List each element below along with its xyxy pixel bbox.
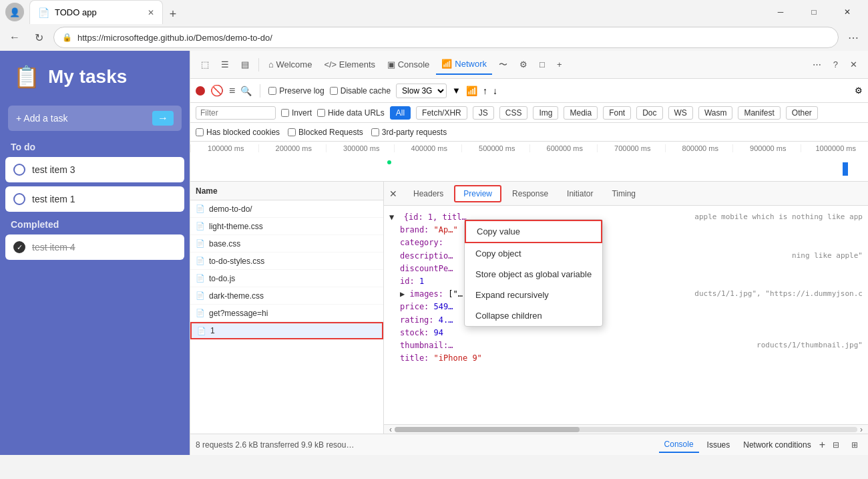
file-item-demo[interactable]: 📄 demo-to-do/ [190,200,383,218]
invert-checkbox[interactable] [281,109,289,117]
tab-console[interactable]: ▣ Console [382,55,435,75]
record-button[interactable] [196,86,205,96]
filter-tag-font[interactable]: Font [603,106,631,120]
disable-cache-label[interactable]: Disable cache [330,86,391,96]
file-item-light-theme[interactable]: 📄 light-theme.css [190,218,383,235]
collapse-arrow-2[interactable]: ▶ [400,289,405,299]
disable-cache-checkbox[interactable] [330,87,338,95]
filter-tag-js[interactable]: JS [473,106,494,120]
bottom-add-tab-button[interactable]: + [819,439,825,451]
file-item-todo-js[interactable]: 📄 to-do.js [190,270,383,287]
back-button[interactable]: ← [5,28,24,47]
invert-label[interactable]: Invert [281,108,312,118]
tab-elements[interactable]: </> Elements [318,55,381,75]
collapse-arrow-1[interactable]: ▼ [389,212,394,222]
task-checkbox[interactable] [13,193,25,205]
tab-close-button[interactable]: ✕ [148,8,154,17]
scroll-left-button[interactable]: ‹ [387,425,395,434]
filter-input[interactable] [196,106,276,120]
dock-bottom-icon[interactable]: ⊟ [828,437,844,453]
tab-response[interactable]: Response [504,186,556,201]
refresh-button[interactable]: ↻ [29,28,48,47]
tab-preview[interactable]: Preview [454,185,501,202]
scroll-right-button[interactable]: › [857,425,865,434]
profile-icon[interactable]: 👤 [5,3,24,21]
device-emulation-button[interactable]: ☰ [216,55,234,75]
tab-headers[interactable]: Headers [405,186,451,201]
tab-title: TODO app [55,7,97,17]
add-tools-button[interactable]: + [552,55,568,75]
filter-tag-css[interactable]: CSS [499,106,528,120]
ctx-copy-object[interactable]: Copy object [465,243,602,264]
filter-tag-media[interactable]: Media [564,106,598,120]
close-button[interactable]: ✕ [832,1,863,23]
minimize-button[interactable]: ─ [765,1,796,23]
clear-button[interactable]: 🚫 [210,84,224,97]
task-item[interactable]: test item 3 [5,157,184,182]
filter-tag-img[interactable]: Img [533,106,558,120]
third-party-checkbox[interactable] [371,128,379,136]
filter-tag-other[interactable]: Other [786,106,818,120]
filter-tag-ws[interactable]: WS [668,106,693,120]
tab-timing[interactable]: Timing [604,186,644,201]
more-button[interactable]: ⋯ [844,28,863,47]
hide-data-urls-label[interactable]: Hide data URLs [317,108,385,118]
bottom-tab-issues[interactable]: Issues [702,438,736,452]
scroll-thumb[interactable] [395,427,580,432]
ctx-expand-recursively[interactable]: Expand recursively [465,285,602,305]
preview-close-button[interactable]: ✕ [389,188,397,199]
sidebar-button[interactable]: ▤ [236,55,254,75]
tab-sources[interactable]: 〜 [493,55,513,75]
horizontal-scrollbar[interactable]: ‹ › [384,424,868,434]
ctx-copy-value[interactable]: Copy value [465,220,602,243]
url-bar[interactable]: 🔒 https://microsoftedge.github.io/Demos/… [53,27,839,48]
throttle-dropdown-icon: ▼ [452,86,461,96]
preserve-log-label[interactable]: Preserve log [268,86,324,96]
timeline-mark-6: 600000 ms [529,144,598,152]
bottom-tab-console[interactable]: Console [659,437,699,453]
blocked-requests-label[interactable]: Blocked Requests [288,128,363,137]
new-tab-button[interactable]: + [163,4,183,24]
filter-tag-all[interactable]: All [390,106,411,120]
screen-cast-button[interactable]: □ [534,55,550,75]
file-item-get-message[interactable]: 📄 get?message=hi [190,305,383,322]
add-task-button[interactable]: + Add a task → [8,106,182,131]
filter-tag-doc[interactable]: Doc [636,106,662,120]
settings-button[interactable]: ⚙ [514,55,533,75]
browser-tab[interactable]: 📄 TODO app ✕ [29,0,163,24]
has-blocked-cookies-checkbox[interactable] [196,128,204,136]
throttle-select[interactable]: Slow 3G Fast 3G Online [396,84,447,98]
filter-tag-wasm[interactable]: Wasm [698,106,733,120]
scroll-track[interactable] [395,427,857,432]
task-item[interactable]: test item 1 [5,186,184,212]
more-tools-button[interactable]: ⋯ [807,55,827,75]
search-button[interactable]: 🔍 [240,86,252,96]
help-button[interactable]: ? [828,55,843,75]
file-item-todo-styles[interactable]: 📄 to-do-styles.css [190,253,383,270]
third-party-label[interactable]: 3rd-party requests [371,128,447,137]
maximize-button[interactable]: □ [799,1,829,23]
ctx-store-global[interactable]: Store object as global variable [465,264,602,285]
has-blocked-cookies-label[interactable]: Has blocked cookies [196,128,280,137]
hide-data-urls-checkbox[interactable] [317,109,325,117]
tab-welcome[interactable]: ⌂ Welcome [263,55,317,75]
inspect-element-button[interactable]: ⬚ [196,55,214,75]
filter-tag-fetchxhr[interactable]: Fetch/XHR [416,106,467,120]
tab-network[interactable]: 📶 Network [436,55,492,75]
tab-initiator[interactable]: Initiator [559,186,601,201]
file-item-base[interactable]: 📄 base.css [190,235,383,253]
devtools-close-button[interactable]: ✕ [845,55,863,75]
blocked-requests-checkbox[interactable] [288,128,296,136]
ctx-collapse-children[interactable]: Collapse children [465,305,602,326]
dock-side-icon[interactable]: ⊞ [847,437,863,453]
task-item-completed[interactable]: ✓ test item 4 [5,234,184,260]
file-item-dark-theme[interactable]: 📄 dark-theme.css [190,287,383,305]
preserve-log-checkbox[interactable] [268,87,276,95]
filter-toggle-button[interactable]: ≡ [229,85,235,96]
file-item-1[interactable]: 📄 1 [190,322,383,339]
bottom-tab-network-conditions[interactable]: Network conditions [738,438,816,452]
network-settings-button[interactable]: ⚙ [855,86,863,96]
filter-tag-manifest[interactable]: Manifest [738,106,780,120]
task-checkbox[interactable] [13,164,25,176]
task-checkbox-done[interactable]: ✓ [13,241,25,253]
